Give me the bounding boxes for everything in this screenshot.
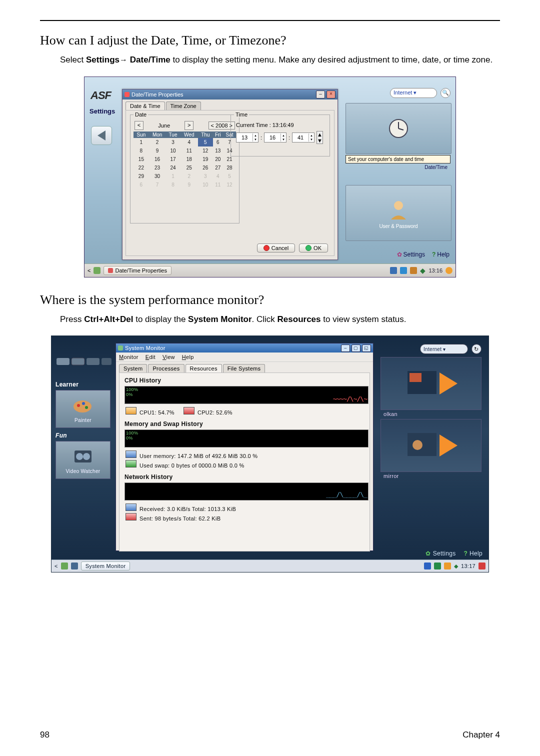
day-cell[interactable]: 11: [213, 180, 223, 189]
day-cell[interactable]: 15: [134, 155, 149, 164]
bold-settings: Settings: [86, 55, 120, 64]
day-cell[interactable]: 4: [213, 172, 223, 180]
tray-icon[interactable]: [434, 562, 441, 570]
day-cell[interactable]: 17: [166, 155, 180, 164]
tab-system[interactable]: System: [119, 364, 147, 372]
second-spinner[interactable]: ▲▼: [292, 132, 314, 142]
day-cell[interactable]: 3: [198, 172, 213, 180]
tray-icon[interactable]: [444, 562, 451, 570]
day-cell[interactable]: 6: [213, 138, 223, 146]
day-cell[interactable]: 29: [134, 172, 149, 180]
back-button[interactable]: [91, 126, 112, 145]
minimize-button[interactable]: –: [316, 90, 325, 98]
menu-help[interactable]: Help: [182, 354, 194, 360]
day-cell[interactable]: 1: [166, 172, 180, 180]
hour-input[interactable]: [236, 134, 252, 141]
day-cell[interactable]: 4: [180, 138, 198, 146]
day-cell[interactable]: 2: [180, 172, 198, 180]
day-cell[interactable]: 8: [134, 146, 149, 155]
power-icon[interactable]: [446, 267, 452, 274]
day-cell[interactable]: 8: [166, 180, 180, 189]
second-input[interactable]: [292, 134, 308, 141]
home-icon[interactable]: [61, 562, 68, 570]
day-cell[interactable]: 12: [198, 146, 213, 155]
minute-spinner[interactable]: ▲▼: [264, 132, 286, 142]
day-cell[interactable]: 30: [149, 172, 166, 180]
sidebar-tile-painter[interactable]: Painter: [56, 390, 110, 428]
help-link[interactable]: ? Help: [464, 550, 482, 557]
search-combo[interactable]: Internet ▾: [420, 344, 468, 354]
tab-filesystems[interactable]: File Systems: [223, 364, 266, 372]
tray-icon[interactable]: [424, 562, 431, 570]
day-cell[interactable]: 22: [134, 164, 149, 172]
prev-month-button[interactable]: <: [134, 121, 144, 130]
tab-date-time[interactable]: Date & Time: [126, 102, 165, 110]
menu-monitor[interactable]: Monitor: [119, 354, 138, 360]
svg-point-10: [82, 402, 85, 405]
day-cell[interactable]: 11: [180, 146, 198, 155]
minute-input[interactable]: [264, 134, 280, 141]
tray-icon[interactable]: [410, 267, 417, 274]
right-tile[interactable]: [380, 419, 482, 472]
day-cell[interactable]: 18: [180, 155, 198, 164]
restore-button[interactable]: ◱: [362, 344, 371, 352]
tray-icon[interactable]: [400, 267, 407, 274]
taskbar-item[interactable]: System Monitor: [81, 562, 130, 570]
day-cell[interactable]: 16: [149, 155, 166, 164]
hour-spinner[interactable]: ▲▼: [236, 132, 258, 142]
day-cell[interactable]: 2: [149, 138, 166, 146]
settings-link[interactable]: ✿Settings: [397, 251, 425, 258]
day-cell[interactable]: 7: [149, 180, 166, 189]
day-cell[interactable]: 10: [166, 146, 180, 155]
day-cell[interactable]: 24: [166, 164, 180, 172]
day-cell-selected[interactable]: 5: [198, 138, 213, 146]
right-tile[interactable]: [380, 357, 482, 410]
day-cell[interactable]: 9: [180, 180, 198, 189]
day-cell[interactable]: 26: [198, 164, 213, 172]
datetime-tile[interactable]: [346, 103, 452, 154]
power-icon[interactable]: [478, 562, 486, 570]
day-cell[interactable]: 20: [213, 155, 223, 164]
taskbar-prev[interactable]: <: [88, 268, 90, 274]
swatch-icon: [126, 504, 136, 511]
titlebar[interactable]: Date/Time Properties – ×: [122, 90, 338, 100]
day-cell[interactable]: 28: [223, 164, 236, 172]
day-cell[interactable]: 27: [213, 164, 223, 172]
day-cell[interactable]: 1: [134, 138, 149, 146]
tab-time-zone[interactable]: Time Zone: [166, 102, 201, 110]
search-button[interactable]: 🔍: [440, 88, 450, 98]
taskbar-prev[interactable]: <: [54, 563, 58, 569]
help-link[interactable]: ? Help: [432, 251, 450, 258]
menu-view[interactable]: View: [162, 354, 175, 360]
day-cell[interactable]: 3: [166, 138, 180, 146]
next-month-button[interactable]: >: [184, 121, 194, 130]
search-button[interactable]: ↻: [472, 344, 482, 354]
close-button[interactable]: ×: [326, 90, 336, 98]
day-cell[interactable]: 23: [149, 164, 166, 172]
tab-processes[interactable]: Processes: [148, 364, 184, 372]
day-cell[interactable]: 25: [180, 164, 198, 172]
tab-resources[interactable]: Resources: [186, 364, 222, 372]
tray-icon[interactable]: [390, 267, 397, 274]
taskbar-icon[interactable]: [71, 562, 78, 570]
day-cell[interactable]: 9: [149, 146, 166, 155]
search-combo[interactable]: Internet ▾: [390, 88, 437, 98]
day-cell[interactable]: 6: [134, 180, 149, 189]
day-cell[interactable]: 19: [198, 155, 213, 164]
user-password-tile[interactable]: User & Password: [346, 185, 452, 241]
day-cell[interactable]: 5: [223, 172, 236, 180]
maximize-button[interactable]: ▢: [352, 344, 360, 352]
home-icon[interactable]: [94, 267, 100, 274]
ok-button[interactable]: OK: [299, 244, 328, 252]
day-cell[interactable]: 13: [213, 146, 223, 155]
settings-link[interactable]: ✿Settings: [426, 550, 456, 557]
day-cell[interactable]: 10: [198, 180, 213, 189]
sidebar-tile-video[interactable]: Video Watcher: [56, 441, 110, 479]
minimize-button[interactable]: –: [341, 344, 350, 352]
titlebar[interactable]: System Monitor –▢◱: [116, 344, 373, 352]
menu-edit[interactable]: Edit: [146, 354, 156, 360]
taskbar-item[interactable]: Date/Time Properties: [104, 266, 172, 275]
cancel-button[interactable]: Cancel: [257, 244, 295, 252]
day-cell[interactable]: 12: [223, 180, 236, 189]
text: to display the: [133, 314, 188, 324]
